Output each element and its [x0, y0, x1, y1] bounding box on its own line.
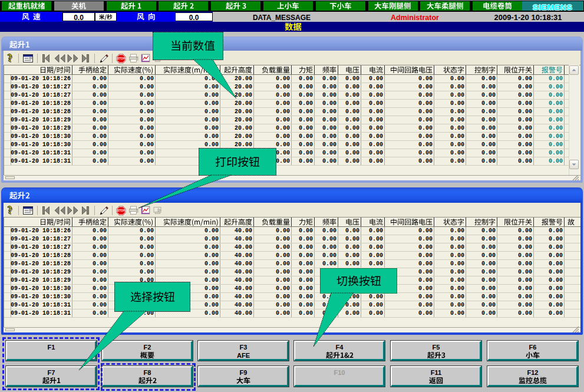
- svg-text:STOP: STOP: [117, 209, 124, 212]
- svg-text:STOP: STOP: [117, 57, 124, 60]
